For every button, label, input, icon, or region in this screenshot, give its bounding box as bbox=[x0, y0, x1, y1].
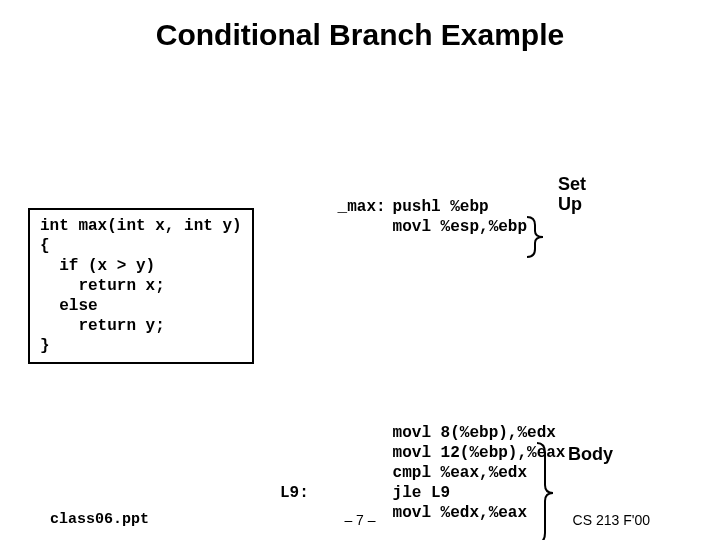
footer-course: CS 213 F'00 bbox=[573, 512, 650, 528]
slide-title: Conditional Branch Example bbox=[0, 0, 720, 52]
asm-label-max: _max: bbox=[338, 197, 393, 217]
annotation-body: Body bbox=[568, 443, 613, 466]
annotation-setup: Set Up bbox=[558, 175, 586, 215]
footer-filename: class06.ppt bbox=[50, 511, 149, 528]
c-source-code: int max(int x, int y) { if (x > y) retur… bbox=[28, 208, 254, 364]
slide-footer: class06.ppt – 7 – CS 213 F'00 bbox=[0, 512, 720, 528]
asm-setup-instructions: pushl %ebp movl %esp,%ebp bbox=[393, 197, 527, 237]
slide-content: int max(int x, int y) { if (x > y) retur… bbox=[0, 52, 720, 492]
asm-label-l9: L9: bbox=[280, 483, 335, 503]
asm-empty-label bbox=[338, 423, 393, 523]
assembly-code: _max:pushl %ebp movl %esp,%ebp Set Up mo… bbox=[280, 137, 565, 540]
asm-setup-block: _max:pushl %ebp movl %esp,%ebp Set Up bbox=[280, 177, 565, 297]
